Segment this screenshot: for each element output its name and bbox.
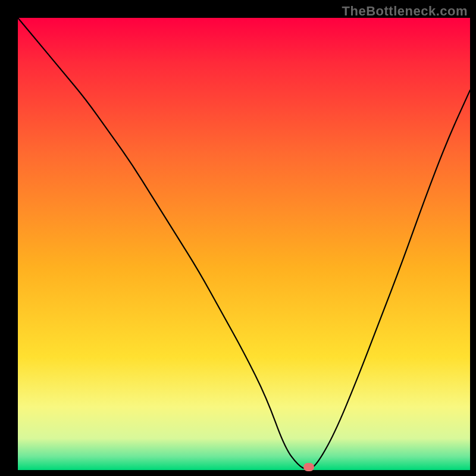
chart-frame: TheBottleneck.com — [0, 0, 476, 476]
optimal-point-marker — [303, 463, 314, 471]
plot-area — [18, 18, 470, 470]
curve-layer — [18, 18, 470, 470]
bottleneck-curve — [18, 18, 470, 469]
attribution-label: TheBottleneck.com — [342, 4, 468, 19]
